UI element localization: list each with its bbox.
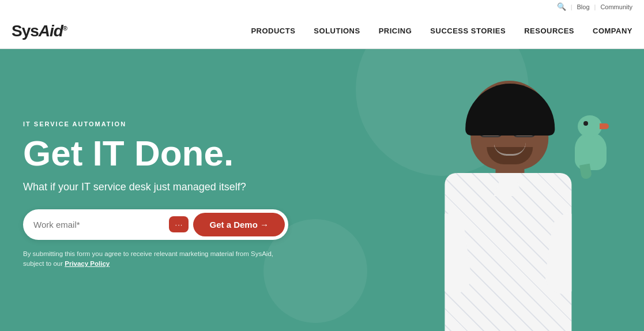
nav-resources[interactable]: RESOURCES bbox=[524, 27, 574, 35]
hero-title: Get IT Done. bbox=[23, 134, 334, 172]
parrot-head bbox=[578, 115, 602, 137]
nav-success-stories[interactable]: SUCCESS STORIES bbox=[430, 27, 506, 35]
hero-subtitle: IT SERVICE AUTOMATION bbox=[23, 121, 334, 127]
hero-disclaimer: By submitting this form you agree to rec… bbox=[23, 249, 288, 269]
parrot-beak bbox=[600, 123, 609, 129]
email-input[interactable] bbox=[33, 220, 164, 230]
separator: | bbox=[571, 3, 573, 10]
logo-text: SysAid® bbox=[12, 22, 67, 40]
nav-pricing[interactable]: PRICING bbox=[379, 27, 412, 35]
separator2: | bbox=[594, 3, 596, 10]
person-body bbox=[445, 173, 571, 331]
utility-bar: 🔍 | Blog | Community bbox=[0, 0, 644, 13]
hero-image bbox=[344, 49, 644, 331]
person-beard bbox=[487, 147, 533, 164]
hero-form: ··· Get a Demo → bbox=[23, 209, 288, 240]
hero-content: IT SERVICE AUTOMATION Get IT Done. What … bbox=[23, 121, 334, 269]
parrot-eye bbox=[583, 121, 588, 126]
community-link[interactable]: Community bbox=[600, 3, 632, 10]
person-figure bbox=[402, 69, 609, 331]
nav-products[interactable]: PRODUCTS bbox=[251, 27, 295, 35]
search-icon[interactable]: 🔍 bbox=[557, 2, 566, 11]
chat-icon: ··· bbox=[169, 216, 189, 232]
main-nav: SysAid® PRODUCTS SOLUTIONS PRICING SUCCE… bbox=[0, 13, 644, 49]
nav-links: PRODUCTS SOLUTIONS PRICING SUCCESS STORI… bbox=[251, 27, 632, 35]
blog-link[interactable]: Blog bbox=[577, 3, 589, 10]
privacy-policy-link[interactable]: Privacy Policy bbox=[65, 260, 110, 267]
get-demo-button[interactable]: Get a Demo → bbox=[193, 213, 285, 236]
parrot-body bbox=[575, 133, 607, 170]
hero-description: What if your IT service desk just manage… bbox=[23, 181, 334, 193]
nav-solutions[interactable]: SOLUTIONS bbox=[314, 27, 360, 35]
parrot bbox=[575, 133, 607, 170]
logo[interactable]: SysAid® bbox=[12, 22, 67, 40]
hero-section: IT SERVICE AUTOMATION Get IT Done. What … bbox=[0, 49, 644, 331]
parrot-tail bbox=[579, 164, 592, 180]
person-hair bbox=[465, 84, 555, 136]
nav-company[interactable]: COMPANY bbox=[593, 27, 632, 35]
